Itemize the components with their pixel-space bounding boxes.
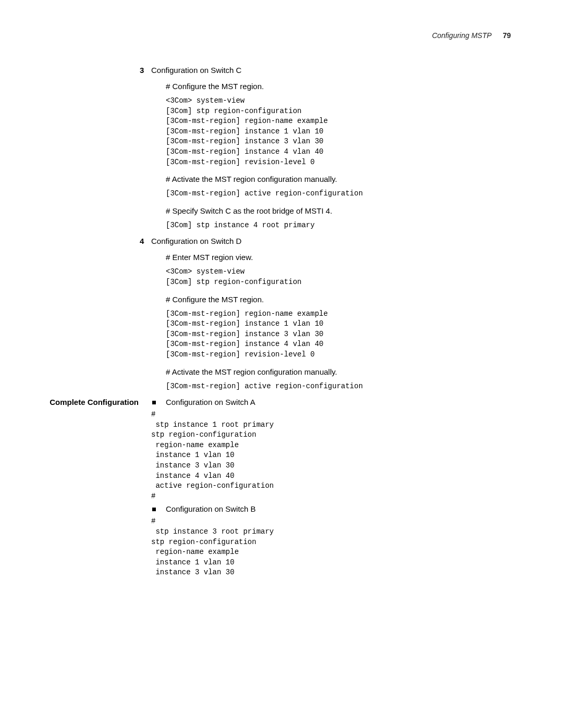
step-3: 3 Configuration on Switch C	[151, 66, 516, 75]
page-number: 79	[503, 31, 511, 40]
header-title: Configuring MSTP	[432, 31, 492, 40]
code-block: [3Com-mst-region] active region-configur…	[166, 381, 516, 392]
bullet-title: Configuration on Switch B	[166, 504, 256, 513]
bullet-square-icon	[152, 508, 156, 511]
code-block: [3Com] stp instance 4 root primary	[166, 220, 516, 231]
code-block: # stp instance 1 root primary stp region…	[151, 410, 516, 501]
paragraph: # Configure the MST region.	[166, 295, 516, 304]
code-block: [3Com-mst-region] active region-configur…	[166, 189, 516, 199]
side-heading: Complete Configuration	[41, 398, 145, 406]
bullet-square-icon	[152, 401, 156, 404]
step-title: Configuration on Switch D	[151, 237, 241, 245]
bullet-item-switch-b: Configuration on Switch B	[166, 504, 516, 513]
code-block: <3Com> system-view [3Com] stp region-con…	[166, 96, 516, 167]
step-number: 3	[140, 66, 144, 75]
step-4: 4 Configuration on Switch D	[151, 237, 516, 245]
bullet-title: Configuration on Switch A	[166, 398, 255, 406]
code-block: <3Com> system-view [3Com] stp region-con…	[166, 267, 516, 287]
paragraph: # Enter MST region view.	[166, 253, 516, 262]
page: Configuring MSTP 79 3 Configuration on S…	[0, 0, 563, 612]
bullet-item-switch-a: Configuration on Switch A	[166, 398, 516, 406]
page-header: Configuring MSTP 79	[47, 31, 516, 40]
content-area: 3 Configuration on Switch C # Configure …	[151, 66, 516, 578]
paragraph: # Activate the MST region configuration …	[166, 367, 516, 376]
step-title: Configuration on Switch C	[151, 66, 241, 75]
code-block: # stp instance 3 root primary stp region…	[151, 516, 516, 578]
complete-configuration-section: Complete Configuration Configuration on …	[151, 398, 516, 578]
paragraph: # Configure the MST region.	[166, 82, 516, 91]
step-number: 4	[140, 237, 144, 245]
code-block: [3Com-mst-region] region-name example [3…	[166, 309, 516, 360]
paragraph: # Activate the MST region configuration …	[166, 175, 516, 183]
paragraph: # Specify Switch C as the root bridge of…	[166, 206, 516, 215]
